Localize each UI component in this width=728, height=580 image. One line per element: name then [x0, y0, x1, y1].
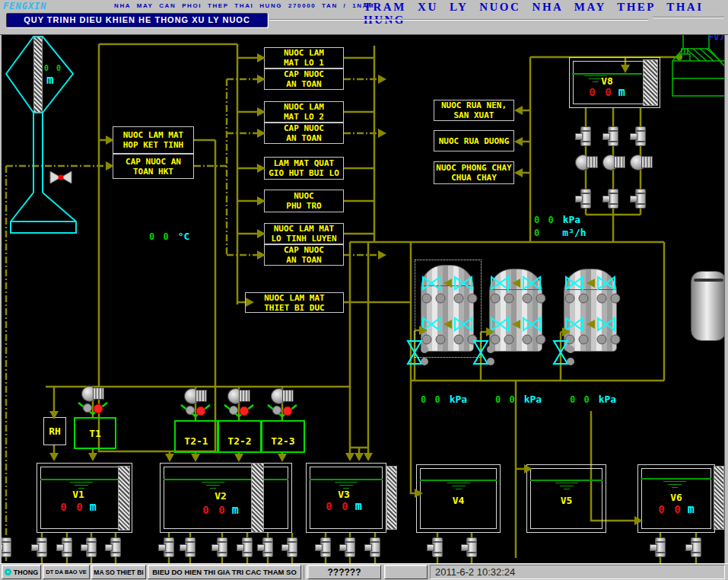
- v2-waterline: [164, 479, 288, 480]
- v3-level: 0 0 m: [306, 499, 382, 513]
- box-nuoc-phong-chay[interactable]: NUOC PHONG CHAYCHUA CHAY: [434, 161, 514, 184]
- valve-v2-2[interactable]: [185, 537, 196, 557]
- valve-pump3-bottom[interactable]: [635, 189, 646, 209]
- box-lam-mat-quat-gio[interactable]: LAM MAT QUATGIO HUT BUI LO: [264, 157, 344, 180]
- left-frame: [0, 34, 2, 563]
- v2-level: 0 0 m: [160, 503, 281, 517]
- datetime-display: 2011-6-2 10:32:24: [430, 565, 725, 579]
- valve-v1-4[interactable]: [110, 537, 121, 557]
- pump-flow-reading: 0 m³/h: [534, 227, 587, 238]
- box-nuoc-lam-mat-hop-ket-tinh[interactable]: NUOC LAM MATHOP KET TINH: [113, 126, 194, 154]
- flow-arrows: [49, 53, 643, 525]
- divider: [269, 19, 648, 21]
- box-cap-nuoc-an-toan-3[interactable]: CAP NUOCAN TOAN: [264, 244, 344, 266]
- box-t2-2[interactable]: T2-2: [218, 420, 262, 453]
- valve-v1-2[interactable]: [62, 537, 72, 557]
- v8-waterline: [572, 73, 642, 75]
- pump-t2-1[interactable]: [184, 385, 207, 405]
- tower-level-unit: m: [46, 72, 54, 87]
- box-nuoc-lam-mat-thiet-bi-duc[interactable]: NUOC LAM MATTHIET BI DUC: [245, 292, 344, 313]
- v4-ripple: [447, 482, 470, 491]
- status-bar: THONG DT DA BAO VE MA SO THIET BI BIEU D…: [0, 563, 728, 580]
- v2-ripple: [202, 481, 224, 490]
- box-nuoc-phu-tro[interactable]: NUOCPHU TRO: [264, 190, 344, 212]
- empty-panel: [384, 565, 428, 579]
- box-nuoc-rua-duong[interactable]: NUOC RUA DUONG: [434, 130, 514, 151]
- valve-v4-2[interactable]: [466, 537, 477, 557]
- device-code-button[interactable]: MA SO THIET BI: [91, 565, 146, 579]
- filter-tank-2[interactable]: [489, 269, 542, 352]
- divider: [653, 17, 724, 18]
- protection-button[interactable]: DT DA BAO VE: [43, 565, 90, 579]
- pump-1[interactable]: [575, 151, 598, 171]
- v4-label: V4: [416, 495, 501, 506]
- pump-pressure-reading: 0 0 kPa: [534, 214, 580, 225]
- valve-v3-2[interactable]: [345, 537, 355, 557]
- unknown-panel[interactable]: ??????: [307, 565, 381, 579]
- box-t1[interactable]: T1: [74, 417, 116, 449]
- valve-v4-1[interactable]: [432, 537, 443, 557]
- valve-pump1-bottom[interactable]: [580, 189, 591, 209]
- valve-v3-1[interactable]: [320, 537, 331, 557]
- box-t2-1[interactable]: T2-1: [174, 420, 218, 453]
- box-nuoc-lam-mat-lo-2[interactable]: NUOC LAMMAT LO 2: [264, 101, 344, 123]
- valve-v6-2[interactable]: [691, 537, 701, 557]
- valve-pump2-top[interactable]: [608, 126, 618, 146]
- v6-label: V6: [637, 492, 715, 503]
- pump-3[interactable]: [630, 151, 653, 171]
- valve-v1-1[interactable]: [37, 537, 47, 557]
- box-rh[interactable]: RH: [43, 417, 66, 445]
- v8-level: 0 0 m: [569, 85, 645, 99]
- valve-main-drain[interactable]: [1, 537, 11, 557]
- pump-2[interactable]: [602, 151, 625, 171]
- box-t2-3[interactable]: T2-3: [261, 420, 305, 453]
- temperature-reading: 0 0 °C: [149, 231, 189, 242]
- filter2-pressure: 0 0 kPa: [495, 394, 542, 405]
- box-cap-nuoc-an-toan-1[interactable]: CAP NUOCAN TOAN: [264, 69, 344, 90]
- tower-valve: [50, 171, 72, 183]
- window-titlebar: FENGXIN NHA MAY CAN PHOI THEP THAI HUNG …: [0, 0, 728, 35]
- box-nuoc-lam-mat-lo-1[interactable]: NUOC LAMMAT LO 1: [264, 47, 344, 69]
- right-frame: [724, 34, 728, 563]
- pump-t1[interactable]: [81, 383, 104, 403]
- v6-hatch-bar: [714, 466, 724, 530]
- process-banner[interactable]: QUY TRINH DIEU KHIEN HE THONG XU LY NUOC: [6, 13, 268, 27]
- valve-v1-3[interactable]: [86, 537, 97, 557]
- box-cap-nuoc-an-toan-hkt[interactable]: CAP NUOC ANTOAN HKT: [113, 154, 194, 179]
- valve-v6-1[interactable]: [655, 537, 666, 557]
- valve-v2-4[interactable]: [242, 537, 253, 557]
- pump-t2-3[interactable]: [271, 385, 294, 405]
- v4-waterline: [420, 480, 497, 481]
- fv7-machine: [672, 29, 728, 96]
- pump-t2-2[interactable]: [227, 385, 250, 405]
- valve-v2-5[interactable]: [262, 537, 273, 557]
- valve-v3-3[interactable]: [370, 537, 380, 557]
- valve-v2-3[interactable]: [217, 537, 227, 557]
- filter-tank-3[interactable]: [564, 269, 617, 352]
- valve-pump2-bottom[interactable]: [608, 189, 618, 209]
- v3-hatch-bar: [386, 466, 397, 530]
- system-button[interactable]: THONG: [2, 565, 41, 579]
- statusbar-divider: [304, 566, 307, 579]
- valve-v2-6[interactable]: [287, 537, 297, 557]
- valve-pump1-top[interactable]: [580, 126, 591, 146]
- expansion-vessel: [691, 271, 726, 341]
- box-nuoc-rua-nen-san-xuat[interactable]: NUOC RUA NEN,SAN XUAT: [434, 100, 514, 121]
- tower-fill-column: [33, 37, 43, 113]
- filter3-pressure: 0 0 kPa: [570, 394, 616, 405]
- v5-label: V5: [526, 495, 606, 506]
- parameter-chart-button[interactable]: BIEU DO HIEN THI GIA TRI CAC THAM SO: [148, 565, 301, 579]
- v3-waterline: [310, 479, 383, 480]
- v5-ripple: [555, 482, 578, 491]
- v6-level: 0 0 m: [637, 502, 715, 516]
- v2-label: V2: [160, 490, 281, 502]
- valve-v2-1[interactable]: [164, 537, 174, 557]
- tower-level-reading: 0 0: [44, 64, 62, 72]
- filter-tank-1[interactable]: [421, 265, 474, 352]
- box-cap-nuoc-an-toan-2[interactable]: CAP NUOCAN TOAN: [264, 123, 344, 144]
- valve-pump3-top[interactable]: [635, 126, 646, 146]
- v5-waterline: [530, 480, 602, 481]
- scada-screen: FV7 FENGXIN NHA MAY CAN PHOI THEP THAI H…: [0, 0, 728, 580]
- pipe-valve-dot: [676, 54, 682, 60]
- box-nuoc-lam-mat-lo-tinh-luyen[interactable]: NUOC LAM MATLO TINH LUYEN: [264, 223, 344, 244]
